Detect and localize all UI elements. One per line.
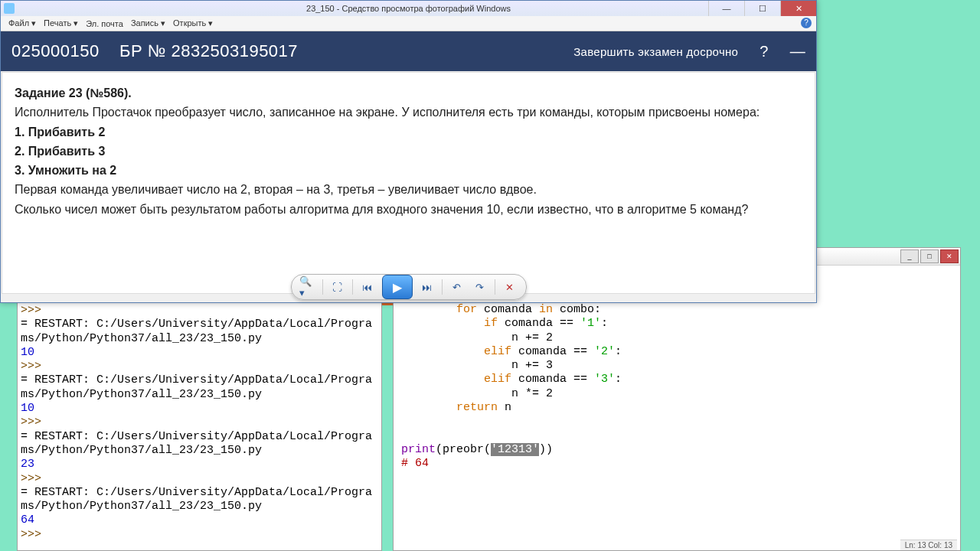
window-title: 23_150 - Средство просмотра фотографий W…: [306, 4, 511, 13]
close-button[interactable]: ✕: [940, 249, 959, 263]
menu-burn[interactable]: Запись ▾: [128, 18, 168, 28]
help-icon[interactable]: ?: [801, 18, 812, 28]
collapse-icon[interactable]: —: [790, 43, 805, 60]
photo-viewer-toolbar: 🔍▾ ⛶ ⏮ ▶ ⏭ ↶ ↷ ✕: [291, 274, 527, 300]
task-desc: Первая команда увеличивает число на 2, в…: [15, 183, 537, 196]
idle-code-area[interactable]: for comanda in combo: if comanda == '1':…: [400, 302, 954, 535]
photo-viewer-titlebar[interactable]: 23_150 - Средство просмотра фотографий W…: [1, 1, 816, 16]
rotate-cw-icon[interactable]: ↷: [472, 279, 488, 295]
task-cmd2: 2. Прибавить 3: [15, 145, 105, 158]
menu-email[interactable]: Эл. почта: [83, 19, 126, 28]
menu-print[interactable]: Печать ▾: [41, 18, 81, 28]
exam-br: БР № 2832503195017: [119, 41, 298, 60]
task-cmd3: 3. Умножить на 2: [15, 164, 116, 177]
maximize-button[interactable]: □: [920, 249, 939, 263]
rotate-ccw-icon[interactable]: ↶: [449, 279, 466, 295]
minimize-button[interactable]: _: [900, 249, 919, 263]
photo-viewer-window: 23_150 - Средство просмотра фотографий W…: [0, 0, 817, 303]
minimize-button[interactable]: —: [708, 1, 744, 16]
help-question-icon[interactable]: ?: [760, 43, 768, 60]
close-button[interactable]: ✕: [780, 1, 816, 16]
maximize-button[interactable]: ☐: [744, 1, 780, 16]
slideshow-button[interactable]: ▶: [382, 275, 413, 299]
task-title: Задание 23 (№586).: [15, 86, 132, 99]
menu-file[interactable]: Файл ▾: [5, 18, 39, 28]
delete-icon[interactable]: ✕: [501, 279, 518, 295]
finish-exam-button[interactable]: Завершить экзамен досрочно: [573, 45, 738, 58]
zoom-icon[interactable]: 🔍▾: [299, 279, 316, 295]
task-question: Сколько чисел может быть результатом раб…: [15, 203, 748, 216]
task-cmd1: 1. Прибавить 2: [15, 126, 105, 139]
shell-output[interactable]: >>> = RESTART: C:/Users/University/AppDa…: [18, 302, 381, 543]
fit-icon[interactable]: ⛶: [329, 279, 346, 295]
exam-header: 025000150 БР № 2832503195017 Завершить э…: [1, 31, 816, 71]
menu-open[interactable]: Открыть ▾: [170, 18, 216, 28]
task-content: Задание 23 (№586). Исполнитель Простачок…: [2, 72, 815, 294]
task-intro: Исполнитель Простачок преобразует число,…: [15, 106, 760, 119]
photo-viewer-menu: Файл ▾ Печать ▾ Эл. почта Запись ▾ Откры…: [1, 16, 816, 31]
prev-icon[interactable]: ⏮: [359, 279, 376, 295]
exam-code: 025000150: [11, 41, 100, 60]
python-shell-window: >>> = RESTART: C:/Users/University/AppDa…: [17, 302, 382, 551]
app-icon: [4, 3, 15, 14]
next-icon[interactable]: ⏭: [419, 279, 436, 295]
idle-status-bar: Ln: 13 Col: 13: [900, 540, 957, 550]
